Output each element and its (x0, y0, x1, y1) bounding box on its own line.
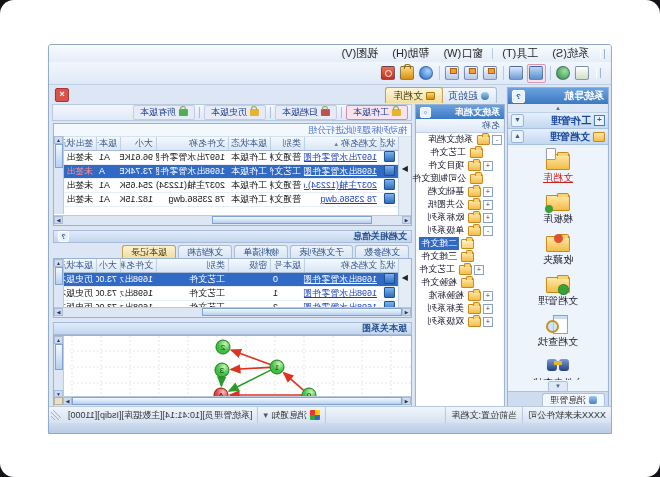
sidebar-item-文档库[interactable]: 文档库 (508, 150, 608, 185)
scroll-left-arrow[interactable]: ◀ (402, 216, 411, 224)
graph-vscrollbar[interactable]: ▲ ▼ (54, 336, 64, 398)
version-graph[interactable]: 231A0 (70, 336, 411, 398)
expand-plus-icon[interactable]: + (483, 291, 493, 301)
info-tab-版本记录[interactable]: 版本记录 (122, 245, 176, 259)
column-header-文件名称[interactable]: 文件名称 (120, 259, 156, 272)
scroll-left-arrow[interactable]: ◀ (402, 397, 411, 405)
info-tab-子文档列表[interactable]: 子文档列表 (290, 245, 353, 259)
expand-plus-icon[interactable]: + (474, 265, 484, 275)
sphere-icon[interactable] (418, 65, 435, 82)
column-header-状态图[interactable]: 状态图 (380, 137, 398, 150)
version-filter-历史版本[interactable]: 历史版本 (204, 105, 266, 120)
column-header-大小[interactable]: 大小 (120, 137, 156, 150)
column-header-文件名称[interactable]: 文件名称 (156, 137, 228, 150)
tree-node[interactable]: +美标系列 (416, 302, 504, 315)
app-window-icon[interactable] (444, 65, 461, 82)
document-link[interactable]: 2037主轴(12234).dwg (304, 179, 380, 192)
column-header-类别[interactable]: 类别 (156, 259, 228, 272)
sidebar-item-文件夹查找[interactable]: 文件夹查找 (508, 355, 608, 380)
scroll-up-arrow[interactable]: ▲ (54, 259, 63, 267)
tree-node[interactable]: +项目文件 (416, 159, 504, 172)
tree-node[interactable]: +欧标系列 (416, 211, 504, 224)
table-window-icon[interactable] (508, 65, 525, 82)
column-header-状态图[interactable]: 状态图 (380, 259, 398, 272)
table-row[interactable]: 1698出水管零件图.dwg0工艺文件1698出水管零件图.dwg73.00KB… (54, 273, 398, 287)
version-filter-归档版本[interactable]: 归档版本 (275, 105, 337, 120)
scroll-up-arrow[interactable]: ▲ (54, 136, 63, 144)
status-message[interactable]: 消息通知 ▾ (257, 407, 325, 423)
expand-plus-icon[interactable]: + (483, 200, 493, 210)
scroll-up-arrow[interactable]: ▲ (54, 336, 63, 344)
column-header-版本号[interactable]: 版本号 (96, 137, 120, 150)
scroll-right-arrow[interactable]: ▶ (54, 308, 63, 316)
info-help-button[interactable]: ? (58, 231, 69, 242)
tree-node[interactable]: 二维文件 (416, 237, 504, 250)
sidebar-help-button[interactable]: ? (512, 90, 525, 103)
version-filter-所有版本[interactable]: 所有版本 (133, 105, 195, 120)
collapse-minus-icon[interactable]: - (483, 226, 493, 236)
document-grid-hscrollbar[interactable]: ◀ ▶ (54, 215, 411, 225)
collapse-minus-icon[interactable]: - (492, 135, 502, 145)
column-header-版本号[interactable]: 版本号 (270, 259, 304, 272)
scroll-thumb[interactable] (55, 344, 63, 370)
tab-message-management[interactable]: 消息管理 (542, 393, 605, 406)
scroll-left-arrow[interactable]: ◀ (402, 308, 411, 316)
column-header-文档名称[interactable]: 文档名称 ▲ (304, 137, 380, 150)
resize-grip[interactable] (51, 410, 61, 420)
sidebar-item-模板库[interactable]: 模板库 (508, 191, 608, 226)
tree-column-header[interactable]: 名称 (416, 119, 504, 133)
table-row[interactable]: 1697出水管零件图.dwg普通文档工作版本1697出水管零件图.dwg96.6… (54, 151, 398, 165)
table-row[interactable]: 78 23586.dwg普通文档工作版本78 23586.dwg182.15KB… (54, 193, 398, 207)
version-grid-hscrollbar[interactable]: ◀ ▶ (54, 307, 411, 317)
scroll-right-arrow[interactable]: ▶ (54, 216, 63, 224)
expand-plus-icon[interactable]: + (483, 161, 493, 171)
exit-icon[interactable] (380, 65, 397, 82)
table-row[interactable]: 1698出水管零件图.dwg工艺文件工作版本1698出水管零件图.dwg73.7… (54, 165, 398, 179)
column-header-密级[interactable]: 密级 (228, 259, 270, 272)
menu-item[interactable]: 系统(S) (545, 45, 596, 62)
menu-item[interactable]: 视图(V) (335, 45, 386, 62)
document-link[interactable]: 1698出水管零件图.dwg (304, 287, 380, 300)
expand-plus-icon[interactable]: + (483, 304, 493, 314)
scroll-thumb[interactable] (55, 267, 63, 285)
sidebar-item-文档管理[interactable]: 文档管理 (508, 273, 608, 308)
scroll-thumb[interactable] (72, 397, 402, 405)
tree-node[interactable]: -系统文档库 (416, 133, 504, 146)
message-dropdown-arrow[interactable]: ▾ (263, 410, 268, 420)
folder-window-icon[interactable] (527, 64, 546, 83)
menu-item[interactable]: 窗口(W) (437, 45, 491, 62)
scroll-thumb[interactable] (202, 308, 402, 316)
scroll-thumb[interactable] (212, 216, 372, 224)
grid-export-icon[interactable] (574, 65, 591, 82)
sidebar-item-收藏夹[interactable]: 收藏夹 (508, 232, 608, 267)
column-header-文档名称[interactable]: 文档名称 (304, 259, 380, 272)
expand-plus-icon[interactable]: + (483, 317, 493, 327)
document-link[interactable]: 78 23586.dwg (304, 193, 380, 206)
tree-node[interactable]: 检验文件 (416, 276, 504, 289)
section-chevron-button[interactable]: ▼ (511, 114, 524, 127)
tree-node[interactable]: 工艺文件 (416, 146, 504, 159)
column-header-版本状态[interactable]: 版本状态 (228, 137, 270, 150)
tree-node[interactable]: 公司制度文件 (416, 172, 504, 185)
close-tab-button[interactable]: × (55, 88, 69, 102)
document-grid-vscrollbar[interactable]: ▲ (54, 136, 64, 214)
version-grid-vscrollbar[interactable]: ▲ (54, 259, 64, 309)
globe-icon[interactable] (555, 65, 572, 82)
tab-start-page[interactable]: 起始页 (440, 87, 497, 103)
document-link[interactable]: 1697出水管零件图.dwg (304, 151, 380, 164)
table-row[interactable]: 2037主轴(12234).dwg普通文档工作版本2037主轴(12234).d… (54, 179, 398, 193)
menu-item[interactable]: 帮助(H) (385, 45, 436, 62)
info-tab-物料清单[interactable]: 物料清单 (234, 245, 288, 259)
section-chevron-button[interactable]: ▲ (511, 130, 524, 143)
sidebar-item-文档查找[interactable]: 文档查找 (508, 314, 608, 349)
tree-node[interactable]: +检验标准 (416, 289, 504, 302)
document-link[interactable]: 1698出水管零件图.dwg (304, 273, 380, 286)
column-header-大小[interactable]: 大小 (96, 259, 120, 272)
toolbar-grip[interactable] (596, 68, 601, 78)
table-row[interactable]: 1698出水管零件图.dwg1工艺文件1698出水管零件图.dwg73.00KB… (54, 287, 398, 301)
app-window-icon[interactable] (482, 65, 499, 82)
tree-node[interactable]: 三维文件 (416, 250, 504, 263)
sidebar-section-collapsed[interactable]: +工作管理▼ (508, 113, 608, 129)
scroll-right-arrow[interactable]: ▶ (63, 397, 72, 405)
info-tab-文档结构[interactable]: 文档结构 (178, 245, 232, 259)
